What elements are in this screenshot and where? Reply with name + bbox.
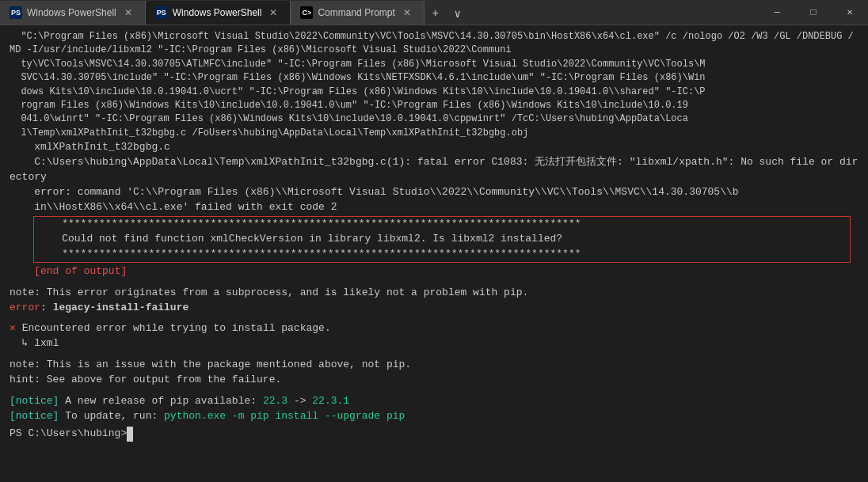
tab-powershell-2[interactable]: PS Windows PowerShell ✕ xyxy=(146,1,291,25)
tab-close-2[interactable]: ✕ xyxy=(266,6,280,20)
tab-close-3[interactable]: ✕ xyxy=(400,6,414,20)
tab-cmd[interactable]: C> Command Prompt ✕ xyxy=(291,1,424,25)
tab-close-1[interactable]: ✕ xyxy=(121,6,135,20)
line-compile-cmd: "C:\Program Files (x86)\Microsoft Visual… xyxy=(10,30,858,140)
tab-label-2: Windows PowerShell xyxy=(173,7,262,18)
tab-powershell-1[interactable]: PS Windows PowerShell ✕ xyxy=(0,1,146,25)
title-bar: PS Windows PowerShell ✕ PS Windows Power… xyxy=(0,0,868,25)
end-of-output: [end of output] xyxy=(10,264,858,279)
notice-update-cmd: [notice] To update, run: python.exe -m p… xyxy=(10,409,858,424)
spacer-1 xyxy=(10,279,858,286)
line-cl-failed: error: command 'C:\\Program Files (x86)\… xyxy=(10,185,858,215)
libxml-error: Could not find function xmlCheckVersion … xyxy=(37,232,847,247)
dropdown-button[interactable]: ∨ xyxy=(447,2,469,25)
minimize-button[interactable]: — xyxy=(759,0,795,25)
cmd-icon: C> xyxy=(300,6,313,19)
hint-output: hint: See above for output from the fail… xyxy=(10,373,858,388)
error-highlight-box: ****************************************… xyxy=(33,216,851,263)
lxml-package: ↳ lxml xyxy=(10,336,858,351)
close-button[interactable]: ✕ xyxy=(832,0,868,25)
stars-bottom: ****************************************… xyxy=(37,247,847,262)
new-tab-button[interactable]: + xyxy=(424,2,447,25)
line-file: xmlXPathInit_t32bgbg.c xyxy=(10,140,858,155)
window-controls: — □ ✕ xyxy=(759,0,868,25)
encountered-error: ✕ Encountered error while trying to inst… xyxy=(10,321,858,336)
tab-label-3: Command Prompt xyxy=(318,7,394,18)
line-fatal-error: C:\Users\hubing\AppData\Local\Temp\xmlXP… xyxy=(10,155,858,185)
spacer-2 xyxy=(10,315,858,321)
prompt: PS C:\Users\hubing> xyxy=(10,427,858,442)
maximize-button[interactable]: □ xyxy=(795,0,832,25)
spacer-3 xyxy=(10,351,858,358)
spacer-4 xyxy=(10,388,858,394)
powershell-icon-1: PS xyxy=(10,6,22,19)
note-package-issue: note: This is an issue with the package … xyxy=(10,358,858,373)
notice-new-pip: [notice] A new release of pip available:… xyxy=(10,394,858,409)
error-legacy: error: legacy-install-failure xyxy=(10,301,858,316)
tabs-area: PS Windows PowerShell ✕ PS Windows Power… xyxy=(0,0,759,25)
powershell-icon-2: PS xyxy=(155,6,168,19)
note-subprocess: note: This error originates from a subpr… xyxy=(10,286,858,301)
tab-label-1: Windows PowerShell xyxy=(27,7,116,18)
terminal-area: "C:\Program Files (x86)\Microsoft Visual… xyxy=(0,25,868,482)
stars-top: ****************************************… xyxy=(37,217,847,232)
